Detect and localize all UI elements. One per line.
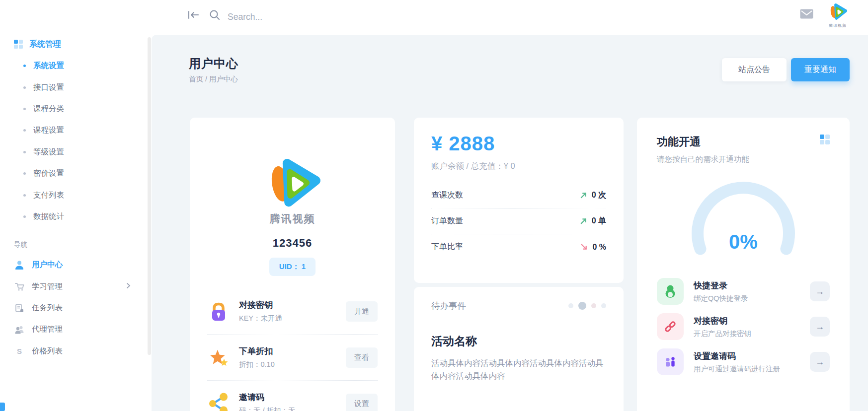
trend-up-icon: [580, 192, 587, 199]
sidebar-item-payment-list[interactable]: 支付列表: [0, 184, 149, 206]
breadcrumb: 首页 / 用户中心: [189, 74, 238, 84]
todo-card-title: 待办事件: [431, 300, 466, 312]
lock-icon: [207, 300, 230, 323]
stat-row-orders: 订单数量 0 单: [431, 208, 606, 234]
username: 123456: [190, 237, 395, 250]
topbar: 腾讯视频: [0, 0, 868, 35]
trend-down-icon: [580, 243, 588, 251]
main-panel: 用户中心 首页 / 用户中心 站点公告 重要通知 腾讯视频 123456 UID…: [152, 35, 868, 411]
user-icon: [14, 260, 25, 270]
sidebar-menu: 系统管理 系统设置 接口设置 课程分类 课程设置 等级设置 密价设置 支付列: [0, 33, 149, 362]
row-subtitle: KEY：未开通: [239, 314, 282, 323]
sidebar-item-learning-management[interactable]: 学习管理: [0, 276, 149, 297]
dollar-icon: S: [14, 347, 25, 355]
breadcrumb-home[interactable]: 首页: [189, 75, 203, 83]
stat-row-order-rate: 下单比率 0 %: [431, 234, 606, 260]
sidebar-item-course-category[interactable]: 课程分类: [0, 98, 149, 120]
search-icon[interactable]: [209, 9, 221, 23]
bullet-icon: [23, 86, 26, 89]
sidebar-item-api-settings[interactable]: 接口设置: [0, 76, 149, 98]
sidebar-item-user-center[interactable]: 用户中心: [0, 254, 149, 275]
activity-body: 活动具体内容活动具体内容活动具体内容活动具体内容活动具体内容: [431, 357, 604, 382]
activate-button[interactable]: 开通: [346, 301, 378, 322]
row-title: 对接密钥: [239, 299, 282, 311]
gauge-value: 0%: [729, 231, 758, 253]
bullet-icon: [23, 215, 26, 218]
sidebar-item-level-settings[interactable]: 等级设置: [0, 141, 149, 163]
qq-icon: [657, 278, 684, 305]
collapse-back-icon[interactable]: [186, 9, 200, 22]
sidebar-item-course-settings[interactable]: 课程设置: [0, 120, 149, 141]
sidebar: 系统管理 系统设置 接口设置 课程分类 课程设置 等级设置 密价设置 支付列: [0, 0, 149, 411]
feature-item-title: 快捷登录: [694, 280, 748, 291]
sidebar-item-task-list[interactable]: 任务列表: [0, 297, 149, 319]
trend-up-icon: [580, 217, 587, 225]
carousel-dot[interactable]: [568, 303, 573, 308]
arrow-right-button[interactable]: →: [810, 352, 830, 372]
sidebar-item-agent-management[interactable]: 代理管理: [0, 319, 149, 340]
balance-amount: ¥ 2888: [431, 133, 606, 155]
feature-item-title: 对接密钥: [694, 315, 751, 327]
bullet-icon: [23, 194, 26, 197]
arrow-right-button[interactable]: →: [810, 281, 830, 301]
site-announcement-button[interactable]: 站点公告: [722, 58, 787, 81]
carousel-dots: [568, 302, 606, 310]
feature-item-api-key: 对接密钥 开启产品对接密钥 →: [657, 313, 830, 340]
sidebar-item-label: 系统管理: [29, 39, 61, 50]
sidebar-item-price-key-settings[interactable]: 密价设置: [0, 163, 149, 184]
important-notice-button[interactable]: 重要通知: [791, 58, 850, 81]
feature-item-subtitle: 绑定QQ快捷登录: [694, 294, 748, 303]
sidebar-item-data-statistics[interactable]: 数据统计: [0, 206, 149, 227]
feature-card-title: 功能开通: [657, 135, 749, 149]
bullet-icon: [23, 151, 26, 153]
mail-icon[interactable]: [800, 9, 813, 20]
carousel-dot[interactable]: [601, 303, 606, 308]
feature-card-subtitle: 请您按自己的需求开通功能: [657, 154, 749, 165]
feature-item-subtitle: 用户可通过邀请码进行注册: [694, 364, 780, 374]
sidebar-item-system-management[interactable]: 系统管理: [0, 33, 149, 55]
sidebar-section-label: 导航: [0, 240, 149, 249]
feature-items: 快捷登录 绑定QQ快捷登录 → 对接密钥 开启产品对接密钥: [657, 278, 830, 375]
balance-caption: 账户余额 / 总充值：¥ 0: [431, 161, 606, 172]
stats-list: 查课次数 0 次 订单数量 0 单 下单比率: [431, 183, 606, 260]
link-icon: [657, 313, 684, 340]
breadcrumb-current: 用户中心: [209, 75, 238, 83]
bullet-icon: [23, 108, 26, 110]
bullet-icon: [23, 65, 26, 67]
stat-row-course-checks: 查课次数 0 次: [431, 183, 606, 208]
carousel-dot[interactable]: [591, 303, 596, 308]
avatar[interactable]: 腾讯视频: [825, 2, 851, 28]
view-button[interactable]: 查看: [346, 347, 378, 368]
bullet-icon: [23, 129, 26, 132]
people-icon: [14, 325, 25, 335]
row-subtitle: 码：无 / 折扣：无: [239, 406, 296, 411]
cart-icon: [14, 281, 25, 291]
feature-item-title: 设置邀请码: [694, 350, 780, 362]
search-input[interactable]: [228, 7, 436, 27]
carousel-dot-active[interactable]: [578, 302, 586, 310]
feature-item-invite-code: 设置邀请码 用户可通过邀请码进行注册 →: [657, 348, 830, 375]
activity-title: 活动名称: [431, 334, 606, 349]
tencent-video-logo-icon: [261, 154, 324, 210]
arrow-right-button[interactable]: →: [810, 317, 830, 337]
sidebar-item-system-settings[interactable]: 系统设置: [0, 55, 149, 76]
tasks-icon: [14, 303, 25, 313]
settings-button[interactable]: 设置: [346, 394, 378, 411]
invite-users-icon: [657, 348, 684, 375]
feature-card: 功能开通 请您按自己的需求开通功能 0%: [637, 118, 850, 411]
grid-icon: [820, 135, 830, 144]
profile-rows: 对接密钥 KEY：未开通 开通 下单折扣 折扣：0.10 查看: [207, 294, 378, 411]
sidebar-scrollbar[interactable]: [148, 37, 151, 355]
bullet-icon: [23, 172, 26, 175]
feature-item-subtitle: 开启产品对接密钥: [694, 329, 751, 339]
sidebar-item-price-list[interactable]: S 价格列表: [0, 341, 149, 362]
divider: [207, 334, 378, 335]
balance-card: ¥ 2888 账户余额 / 总充值：¥ 0 查课次数 0 次 订单数量 0: [414, 118, 624, 283]
uid-badge: UID： 1: [269, 258, 316, 276]
star-icon: [207, 346, 230, 369]
todo-card: 待办事件 活动名称 活动具体内容活动具体内容活动具体内容活动具体内容活动具体内容: [414, 287, 624, 411]
profile-card: 腾讯视频 123456 UID： 1 对接密钥 KEY：未开通 开通: [190, 118, 395, 411]
row-subtitle: 折扣：0.10: [239, 360, 275, 369]
profile-row-api-key: 对接密钥 KEY：未开通 开通: [207, 294, 378, 328]
row-title: 下单折扣: [239, 345, 275, 357]
